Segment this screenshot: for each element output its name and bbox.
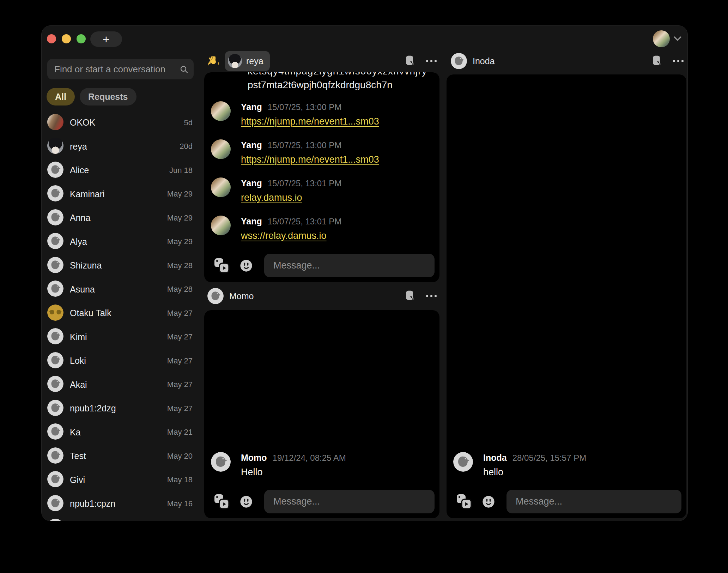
message-input-momo[interactable] xyxy=(264,490,435,513)
conversation-row[interactable]: Kimi May 27 xyxy=(42,325,201,349)
chat-message: Yang 15/07/25, 13:01 PM wss://relay.damu… xyxy=(211,216,434,242)
emoji-icon[interactable] xyxy=(239,259,253,272)
chat-title-momo[interactable]: Momo xyxy=(207,288,254,304)
media-attach-icon[interactable] xyxy=(456,494,472,509)
filter-requests[interactable]: Requests xyxy=(80,88,136,105)
conversation-avatar xyxy=(47,304,63,322)
conversation-row[interactable]: Alya May 29 xyxy=(42,230,201,254)
message-avatar[interactable] xyxy=(211,216,231,242)
message-input-inoda[interactable] xyxy=(506,490,681,513)
chat-message: Yang 15/07/25, 13:00 PM https://njump.me… xyxy=(211,101,434,128)
chat-header-momo: Momo xyxy=(207,285,439,307)
conversation-avatar xyxy=(47,185,63,203)
message-avatar[interactable] xyxy=(211,101,231,128)
chat-title-label: Inoda xyxy=(473,56,495,66)
message-list: Momo 19/12/24, 08:25 AM Hello xyxy=(204,452,439,479)
search-input[interactable] xyxy=(47,59,194,79)
user-menu[interactable] xyxy=(653,30,682,47)
chat-header-inoda: Inoda xyxy=(451,50,686,72)
emoji-icon[interactable] xyxy=(482,495,495,508)
chat-title-reya[interactable]: reya xyxy=(225,51,270,71)
conversation-name: Anna xyxy=(70,213,161,223)
composer-reya xyxy=(214,254,435,277)
user-avatar[interactable] xyxy=(653,30,670,47)
media-attach-icon[interactable] xyxy=(214,494,230,509)
message-timestamp: 15/07/25, 13:00 PM xyxy=(268,102,341,112)
message-author: Yang xyxy=(241,216,262,227)
conversation-name: Givi xyxy=(70,475,161,485)
conversation-name: Kaminari xyxy=(70,189,161,199)
conversation-avatar xyxy=(47,400,63,417)
conversation-timestamp: May 18 xyxy=(167,475,193,484)
chat-header-reya: reya xyxy=(207,50,439,72)
avatar xyxy=(211,101,231,121)
chat-avatar-momo xyxy=(207,288,224,304)
more-options-icon[interactable] xyxy=(426,295,437,297)
composer-momo xyxy=(214,490,435,513)
chat-title-inoda[interactable]: Inoda xyxy=(451,53,495,69)
message-avatar[interactable] xyxy=(211,452,231,479)
conversation-row[interactable]: OKOK 5d xyxy=(42,111,201,135)
chat-avatar-inoda xyxy=(451,53,467,69)
message-link[interactable]: relay.damus.io xyxy=(241,191,341,204)
note-icon[interactable] xyxy=(406,55,414,67)
conversation-avatar xyxy=(47,352,63,370)
note-icon[interactable] xyxy=(406,290,414,302)
message-avatar[interactable] xyxy=(211,139,231,166)
conversation-row[interactable]: Kaminari May 29 xyxy=(42,182,201,206)
conversation-row[interactable]: Anna May 29 xyxy=(42,206,201,230)
note-icon[interactable] xyxy=(653,55,661,67)
filter-bar: All Requests xyxy=(47,88,136,105)
conversation-row[interactable]: Givi May 18 xyxy=(42,468,201,492)
conversation-name: OKOK xyxy=(70,117,178,128)
message-author: Yang xyxy=(241,140,262,150)
message-avatar[interactable] xyxy=(453,452,473,479)
conversation-avatar-clipped xyxy=(47,519,63,521)
message-timestamp: 19/12/24, 08:25 AM xyxy=(273,453,346,463)
avatar xyxy=(47,400,63,416)
message-link[interactable]: wss://relay.damus.io xyxy=(241,229,341,242)
message-link[interactable]: https://njump.me/nevent1...sm03 xyxy=(241,153,379,166)
app-window: + All Requests OKOK 5d reya 20d Alice xyxy=(41,25,688,521)
more-options-icon[interactable] xyxy=(673,60,684,62)
conversation-row[interactable]: npub1:2dzg May 27 xyxy=(42,397,201,421)
conversation-name: Loki xyxy=(70,356,161,366)
avatar xyxy=(47,209,63,225)
conversation-row[interactable]: Loki May 27 xyxy=(42,349,201,373)
avatar xyxy=(47,447,63,464)
conversation-row[interactable]: Alice Jun 18 xyxy=(42,158,201,182)
message-timestamp: 15/07/25, 13:00 PM xyxy=(268,140,341,150)
conversation-row[interactable]: Ka May 21 xyxy=(42,421,201,445)
conversation-sidebar: All Requests OKOK 5d reya 20d Alice Jun … xyxy=(42,26,201,521)
media-attach-icon[interactable] xyxy=(214,258,230,273)
conversation-name: Akai xyxy=(70,380,161,390)
message-avatar[interactable] xyxy=(211,177,231,204)
conversation-name: Ka xyxy=(70,427,161,438)
message-timestamp: 15/07/25, 13:01 PM xyxy=(268,217,341,227)
message-author: Yang xyxy=(241,102,262,112)
more-options-icon[interactable] xyxy=(426,60,437,62)
conversation-row[interactable]: Asuna May 28 xyxy=(42,278,201,302)
conversation-name: Alice xyxy=(70,165,163,175)
message-input-reya[interactable] xyxy=(264,254,435,277)
conversation-row[interactable]: npub1:cpzn May 16 xyxy=(42,492,201,516)
conversation-name: Asuna xyxy=(70,284,161,295)
conversation-timestamp: 20d xyxy=(180,142,193,151)
conversation-timestamp: May 16 xyxy=(167,499,193,508)
chat-panel-momo: Momo 19/12/24, 08:25 AM Hello xyxy=(204,310,439,518)
chat-message: Inoda 28/05/25, 15:57 PM hello xyxy=(453,452,681,479)
conversation-avatar xyxy=(47,209,63,227)
message-author: Yang xyxy=(241,178,262,188)
emoji-icon[interactable] xyxy=(239,495,253,508)
conversation-row[interactable]: reya 20d xyxy=(42,135,201,159)
conversation-name: Alya xyxy=(70,237,161,247)
conversation-row[interactable]: Akai May 27 xyxy=(42,373,201,397)
conversation-row[interactable]: Shizuna May 28 xyxy=(42,254,201,278)
conversation-row[interactable]: Otaku Talk May 27 xyxy=(42,301,201,325)
wave-hand-icon xyxy=(207,55,219,67)
filter-all[interactable]: All xyxy=(47,88,75,105)
message-timestamp: 15/07/25, 13:01 PM xyxy=(268,179,341,188)
conversation-name: Shizuna xyxy=(70,260,161,271)
message-link[interactable]: https://njump.me/nevent1...sm03 xyxy=(241,115,379,128)
conversation-row[interactable]: Test May 20 xyxy=(42,444,201,468)
